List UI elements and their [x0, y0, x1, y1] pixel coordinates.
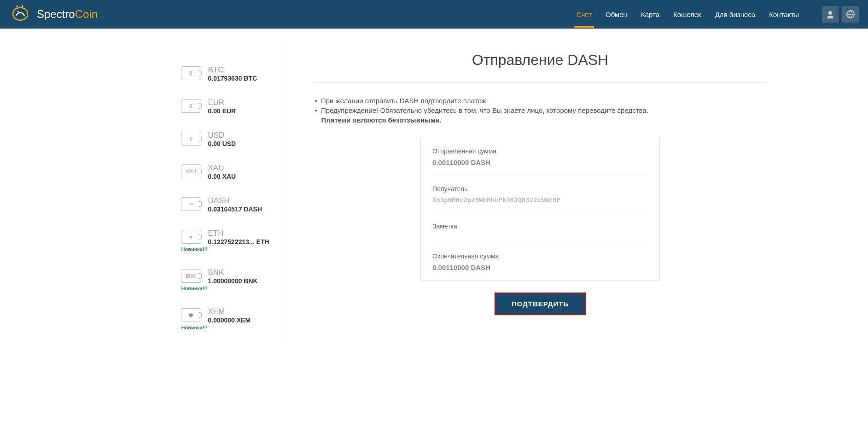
- field-recipient: Получатель Xn1pHMHx2pz9WERkuPk7RJQR3v2cN…: [432, 185, 648, 212]
- nav-exchange[interactable]: Обмен: [606, 1, 627, 28]
- field-value: Xn1pHMHx2pz9WERkuPk7RJQR3v2cNWcHP: [432, 196, 648, 204]
- wallet-balance: 0.00 EUR: [208, 107, 236, 115]
- warnings: При желании отправить DASH подтвердите п…: [315, 97, 766, 124]
- wallet-currency: XAU: [208, 164, 236, 173]
- wallet-icon: BNK: [181, 269, 201, 283]
- wallet-icon: ♦: [181, 230, 201, 244]
- wallet-bnk[interactable]: BNK BNK 1.00000000 BNK Новинка!!!: [181, 268, 273, 291]
- wallet-eur[interactable]: € EUR 0.00 EUR: [181, 98, 273, 115]
- confirm-button[interactable]: ПОДТВЕРДИТЬ: [495, 293, 586, 315]
- wallet-currency: XEM: [208, 307, 251, 316]
- new-badge: Новинка!!!: [181, 325, 251, 330]
- wallet-balance: 0.00 USD: [208, 140, 236, 147]
- field-final-amount: Окончательная сумма 0.00110000 DASH: [432, 252, 648, 271]
- page-title: Отправление DASH: [315, 52, 766, 83]
- confirm-form: Отправленная сумма 0.00110000 DASH Получ…: [420, 138, 660, 281]
- warning-text: При желании отправить DASH подтвердите п…: [315, 97, 766, 105]
- wallet-icon: ₿: [181, 66, 201, 80]
- wallet-balance: 0.1227522213... ETH: [208, 238, 269, 246]
- nav-business[interactable]: Для бизнеса: [715, 1, 756, 28]
- nav-contacts[interactable]: Контакты: [769, 1, 799, 28]
- content: ₿ BTC 0.01793630 BTC € EUR 0.00 EUR $ US…: [75, 29, 793, 346]
- field-note: Заметка: [432, 222, 648, 242]
- field-value: 0.00110000 DASH: [432, 158, 648, 166]
- nav-card[interactable]: Карта: [641, 1, 659, 28]
- warning-text: Предупреждение! Обязательно убедитесь в …: [315, 106, 766, 114]
- wallet-icon: ⇒: [181, 197, 201, 211]
- wallet-balance: 1.00000000 BNK: [208, 277, 258, 285]
- logo-text: SpectroCoin: [37, 8, 98, 21]
- wallet-icon: €: [181, 99, 201, 113]
- wallet-currency: ETH: [208, 229, 269, 238]
- warning-irreversible: Платежи являются безотзывными.: [315, 116, 766, 124]
- wallet-currency: EUR: [208, 98, 236, 107]
- new-badge: Новинка!!!: [181, 286, 258, 291]
- wallet-currency: BTC: [208, 65, 257, 75]
- field-label: Заметка: [432, 222, 648, 230]
- logo-icon: [9, 5, 31, 24]
- svg-point-1: [828, 11, 832, 15]
- wallet-balance: 0.000000 XEM: [208, 316, 251, 324]
- logo[interactable]: SpectroCoin: [9, 5, 98, 24]
- wallet-btc[interactable]: ₿ BTC 0.01793630 BTC: [181, 65, 273, 82]
- field-value: 0.00110000 DASH: [432, 263, 648, 271]
- wallet-currency: DASH: [208, 196, 262, 205]
- svg-point-0: [17, 11, 19, 12]
- wallet-eth[interactable]: ♦ ETH 0.1227522213... ETH Новинка!!!: [181, 229, 273, 252]
- wallet-balance: 0.00 XAU: [208, 173, 236, 180]
- wallet-icon: XAU: [181, 164, 201, 178]
- wallet-balance: 0.01793630 BTC: [208, 75, 257, 82]
- wallet-xau[interactable]: XAU XAU 0.00 XAU: [181, 164, 273, 180]
- main-panel: Отправление DASH При желании отправить D…: [287, 42, 793, 346]
- user-icon[interactable]: [822, 6, 839, 23]
- wallet-icon: $: [181, 132, 201, 146]
- wallet-usd[interactable]: $ USD 0.00 USD: [181, 131, 273, 147]
- wallet-dash[interactable]: ⇒ DASH 0.03164517 DASH: [181, 196, 273, 213]
- wallet-icon: ⬢: [181, 308, 201, 322]
- wallet-xem[interactable]: ⬢ XEM 0.000000 XEM Новинка!!!: [181, 307, 273, 330]
- field-sent-amount: Отправленная сумма 0.00110000 DASH: [432, 147, 648, 175]
- header: SpectroCoin Счет Обмен Карта Кошелек Для…: [0, 0, 868, 29]
- wallet-currency: USD: [208, 131, 236, 140]
- nav: Счет Обмен Карта Кошелек Для бизнеса Кон…: [577, 1, 859, 28]
- field-label: Отправленная сумма: [432, 147, 648, 155]
- wallet-currency: BNK: [208, 268, 258, 277]
- globe-icon[interactable]: [842, 6, 859, 23]
- nav-wallet[interactable]: Кошелек: [673, 1, 701, 28]
- nav-account[interactable]: Счет: [577, 1, 592, 28]
- field-label: Окончательная сумма: [432, 252, 648, 260]
- wallet-balance: 0.03164517 DASH: [208, 205, 262, 213]
- new-badge: Новинка!!!: [181, 246, 269, 252]
- field-label: Получатель: [432, 185, 648, 193]
- sidebar: ₿ BTC 0.01793630 BTC € EUR 0.00 EUR $ US…: [75, 42, 287, 346]
